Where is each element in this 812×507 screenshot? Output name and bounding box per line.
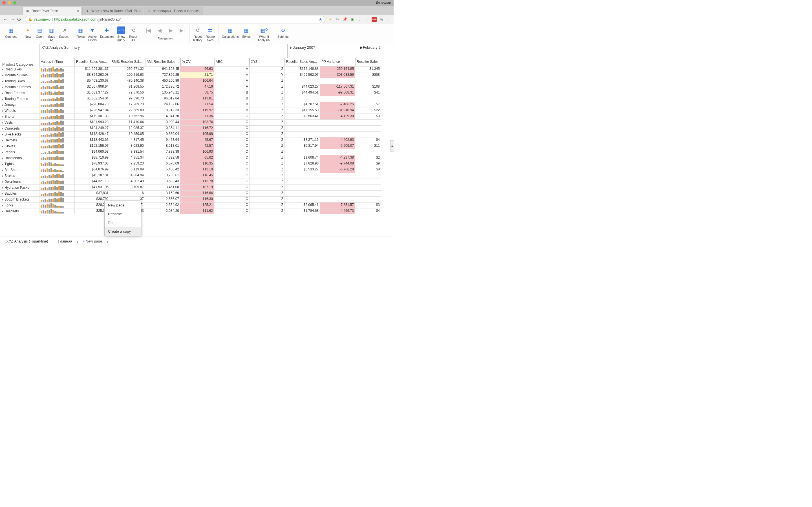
data-cell[interactable]: 105.98 — [181, 131, 214, 137]
ext-icon-1[interactable]: 🔸 — [327, 17, 333, 22]
table-row[interactable]: ▶Headsets$25,010332,084.20111.62CZ$1,784… — [0, 209, 394, 214]
ext-icon-m[interactable]: m — [379, 17, 384, 22]
data-cell[interactable]: A — [214, 66, 250, 72]
table-row[interactable]: ▶Helmets$113,443.664,317.459,453.6445.67… — [0, 137, 394, 144]
row-label[interactable]: ▶Handlebars — [0, 155, 40, 161]
expand-icon[interactable]: ▶ — [290, 45, 292, 50]
row-label[interactable]: ▶Saddles — [0, 191, 40, 196]
data-cell[interactable]: 24,167.06 — [145, 102, 181, 108]
data-cell[interactable]: B — [214, 102, 250, 108]
data-cell[interactable]: C — [214, 185, 250, 191]
data-cell[interactable]: Z — [250, 149, 285, 155]
data-cell[interactable]: C — [214, 131, 250, 137]
data-cell[interactable]: 125.21 — [181, 203, 214, 209]
open-button[interactable]: ▤Open — [34, 26, 46, 42]
row-label[interactable]: ▶Brakes — [0, 173, 40, 179]
row-label[interactable]: ▶Headsets — [0, 209, 40, 214]
data-cell[interactable]: 116.72 — [181, 126, 214, 131]
data-cell[interactable]: $4 — [355, 209, 381, 214]
data-cell[interactable]: 9,453.64 — [145, 137, 181, 144]
data-cell[interactable]: Z — [250, 155, 285, 161]
expand-icon[interactable]: ▶ — [2, 210, 3, 213]
sheet-tab-2[interactable]: Главная▴ — [54, 238, 76, 244]
back-button[interactable]: ← — [2, 16, 9, 22]
data-cell[interactable]: C — [214, 126, 250, 131]
data-cell[interactable]: $6,533.27 — [285, 167, 320, 173]
data-cell[interactable]: 21.71 — [181, 72, 214, 78]
data-cell[interactable]: Z — [250, 96, 285, 102]
data-cell[interactable]: 113.81 — [181, 96, 214, 102]
ext-icon-scissors[interactable]: ✂ — [335, 17, 340, 22]
data-cell[interactable]: $8,854,263.03 — [75, 72, 110, 78]
data-cell[interactable]: C — [214, 161, 250, 167]
rotate-axes-button[interactable]: ⇄Rotate axes — [204, 26, 216, 42]
expand-icon[interactable]: ▶ — [2, 127, 3, 130]
data-cell[interactable]: 9,869.04 — [145, 131, 181, 137]
data-cell[interactable]: $44,321.13 — [75, 179, 110, 185]
data-cell[interactable]: 480,140.38 — [110, 78, 145, 84]
data-cell[interactable] — [320, 196, 355, 203]
data-cell[interactable]: 116.45 — [181, 173, 214, 179]
data-cell[interactable]: C — [214, 203, 250, 209]
nav-prev-button[interactable]: ◀ — [154, 26, 165, 36]
row-label[interactable]: ▶Road Bikes — [0, 66, 40, 72]
data-cell[interactable]: -7,406.25 — [320, 102, 355, 108]
data-cell[interactable]: $131,993.28 — [75, 120, 110, 126]
table-row[interactable]: ▶Shorts$179,301.3310,662.9614,941.7871.3… — [0, 114, 394, 120]
data-cell[interactable]: Z — [250, 191, 285, 196]
row-label[interactable]: ▶Touring Bikes — [0, 78, 40, 84]
data-cell[interactable]: 3,693.43 — [145, 179, 181, 185]
expand-icon[interactable]: ▶ — [2, 73, 3, 77]
data-cell[interactable]: 10,354.11 — [145, 126, 181, 131]
expand-icon[interactable]: ▶ — [2, 186, 3, 189]
show-query-button[interactable]: MDXShow query — [115, 26, 127, 42]
close-icon[interactable]: × — [198, 9, 200, 13]
data-cell[interactable]: 18,912.33 — [145, 108, 181, 114]
data-cell[interactable] — [285, 120, 320, 126]
data-cell[interactable] — [285, 78, 320, 84]
table-row[interactable]: ▶Pedals$94,060.538,381.547,838.38106.93C… — [0, 149, 394, 155]
data-cell[interactable]: $113,443.66 — [75, 137, 110, 144]
bookmark-star-icon[interactable]: ★ — [319, 17, 322, 22]
data-cell[interactable]: $17,155.50 — [285, 108, 320, 114]
pivot-grid[interactable]: ▶Road Bikes$11,294,381.37250,671.32941,1… — [0, 66, 394, 237]
data-cell[interactable] — [355, 126, 381, 131]
data-cell[interactable]: Z — [250, 102, 285, 108]
data-cell[interactable]: A — [214, 84, 250, 90]
table-row[interactable]: ▶Road Bikes$11,294,381.37250,671.32941,1… — [0, 66, 394, 72]
data-cell[interactable]: $102,156.07 — [75, 144, 110, 149]
browser-tab[interactable]: ◈What's New in Ranet HTML Pi…× — [82, 7, 143, 15]
data-cell[interactable]: C — [214, 196, 250, 203]
data-cell[interactable]: Z — [250, 120, 285, 126]
expand-icon[interactable]: ▶ — [2, 168, 3, 172]
data-cell[interactable]: 2,354.92 — [145, 203, 181, 209]
data-cell[interactable] — [320, 120, 355, 126]
expand-icon[interactable]: ▶ — [2, 174, 3, 178]
data-cell[interactable]: Z — [250, 78, 285, 84]
data-cell[interactable]: 5,406.42 — [145, 167, 181, 173]
expand-icon[interactable]: ▶ — [2, 198, 3, 202]
expand-icon[interactable]: ▶ — [2, 121, 3, 124]
data-cell[interactable] — [355, 185, 381, 191]
data-cell[interactable]: 10,459.05 — [110, 131, 145, 137]
data-cell[interactable] — [355, 78, 381, 84]
sheet-tab-1[interactable]: XYZ Analysis (+sparkline) — [2, 238, 52, 244]
nav-first-button[interactable]: |◀ — [143, 26, 154, 36]
data-cell[interactable] — [285, 131, 320, 137]
table-row[interactable]: ▶Cranksets$124,249.2712,085.3710,354.111… — [0, 126, 394, 131]
data-cell[interactable] — [320, 96, 355, 102]
row-label[interactable]: ▶Pedals — [0, 149, 40, 155]
profile-name[interactable]: Вячеслав — [376, 1, 391, 4]
connect-button[interactable]: ▦Connect — [3, 26, 18, 39]
table-row[interactable]: ▶Bike Racks$118,428.4710,459.059,869.041… — [0, 131, 394, 137]
expand-icon[interactable]: ▶ — [2, 109, 3, 113]
expand-icon[interactable]: ▶ — [2, 79, 3, 83]
table-row[interactable]: ▶Vests$131,993.2811,410.6410,999.44103.7… — [0, 120, 394, 126]
data-cell[interactable]: 86,012.84 — [145, 96, 181, 102]
expand-icon[interactable]: ▶ — [2, 204, 3, 207]
data-cell[interactable]: $88,710.99 — [75, 155, 110, 161]
data-cell[interactable] — [355, 173, 381, 179]
close-dot[interactable] — [2, 1, 6, 4]
data-cell[interactable] — [355, 191, 381, 196]
data-cell[interactable] — [285, 179, 320, 185]
